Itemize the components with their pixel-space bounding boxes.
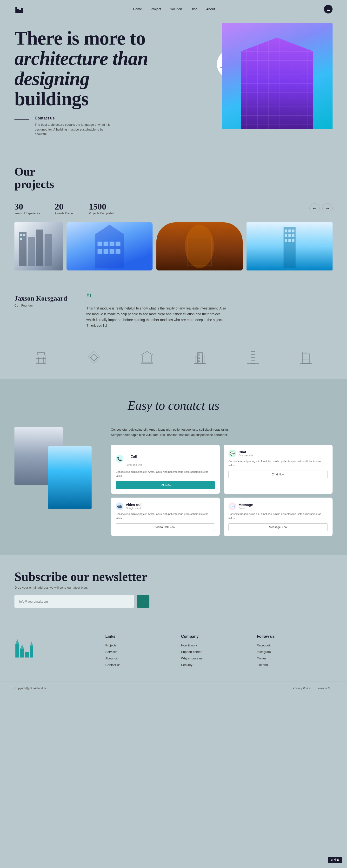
card-message-title: Message xyxy=(238,503,253,507)
svg-rect-64 xyxy=(302,352,306,354)
call-now-button[interactable]: Call Now xyxy=(116,481,215,489)
prev-arrow[interactable]: ← xyxy=(310,203,320,213)
footer-link-projects[interactable]: Projects xyxy=(105,644,181,647)
hero-building-image xyxy=(222,23,332,129)
footer-link-instagram[interactable]: Instagram xyxy=(257,650,332,654)
stat-number-experience: 30 xyxy=(15,202,40,212)
terms-link[interactable]: Terms of S... xyxy=(316,687,332,690)
footer-logo-col xyxy=(15,634,105,670)
projects-title: Ourprojects xyxy=(15,165,332,191)
svg-rect-4 xyxy=(19,232,27,266)
svg-rect-73 xyxy=(25,652,29,657)
nav-home[interactable]: Home xyxy=(133,7,142,11)
svg-rect-13 xyxy=(104,242,109,246)
svg-rect-17 xyxy=(104,249,109,254)
project-main-image xyxy=(15,222,63,271)
contact-card-call: 📞 Call (206) 555-005 Consectetur adipisc… xyxy=(111,445,220,494)
svg-rect-9 xyxy=(23,234,25,236)
footer-link-about[interactable]: About us xyxy=(105,656,181,660)
footer-link-why-choose[interactable]: Why choose us xyxy=(181,656,257,660)
card-video-subtitle: Google meet xyxy=(126,507,141,509)
footer-link-linkedin[interactable]: Linkend xyxy=(257,663,332,666)
message-now-button[interactable]: Message Now xyxy=(228,523,328,531)
svg-rect-74 xyxy=(30,646,33,657)
nav-about[interactable]: About xyxy=(206,7,215,11)
svg-marker-76 xyxy=(20,645,24,649)
svg-rect-18 xyxy=(110,249,114,254)
svg-marker-39 xyxy=(88,351,100,364)
svg-rect-2 xyxy=(19,10,21,13)
project-main-inner xyxy=(15,222,63,271)
testimonial-quote: " This first module is really helpfull t… xyxy=(87,294,332,329)
svg-rect-33 xyxy=(37,352,45,355)
svg-rect-71 xyxy=(16,644,19,657)
logo[interactable] xyxy=(15,4,24,14)
nav-blog[interactable]: Blog xyxy=(191,7,197,11)
building-inner xyxy=(222,23,332,129)
svg-marker-75 xyxy=(16,639,19,644)
card-message-desc: Consectetur adipiscing elit. Amet, lacus… xyxy=(228,512,328,520)
footer: Links Projects Services About us Contact… xyxy=(0,622,347,682)
project-image-brown xyxy=(156,222,242,271)
newsletter-email-input[interactable] xyxy=(15,595,134,608)
menu-button[interactable]: ☰ xyxy=(324,5,332,13)
svg-rect-24 xyxy=(288,229,291,232)
stat-awards: 20 Awards Gained xyxy=(55,202,75,215)
card-message-header: ✉️ Message Email xyxy=(228,502,328,510)
nav-solution[interactable]: Solution xyxy=(170,7,182,11)
svg-rect-52 xyxy=(202,355,205,364)
stat-label-experience: Years of Experience xyxy=(15,212,40,215)
icon-tower xyxy=(246,350,260,365)
footer-links-title: Links xyxy=(105,634,181,639)
svg-rect-55 xyxy=(198,357,200,359)
hero-title: There is more to architecture than desig… xyxy=(15,28,183,109)
quote-text: This first module is really helpfull to … xyxy=(87,306,226,329)
building-blue-icon xyxy=(66,222,152,271)
card-call-subtitle: (206) 555-005 xyxy=(126,463,142,466)
card-chat-titles: Chat Our Website xyxy=(238,450,253,457)
author-role: Co - Founder xyxy=(15,304,67,307)
project-image-sky xyxy=(247,222,332,271)
svg-rect-10 xyxy=(20,238,22,240)
chat-icon: 💬 xyxy=(228,450,236,457)
video-call-button[interactable]: Video Call Now xyxy=(116,523,215,531)
footer-link-support[interactable]: Support center xyxy=(181,650,257,654)
newsletter-section: Subscribe our newsletter Drop your email… xyxy=(0,555,347,622)
project-nav-arrows: ← → xyxy=(310,203,332,213)
newsletter-form: → xyxy=(15,595,149,608)
copyright-text: Copyright@Shakilworlds xyxy=(15,687,46,690)
footer-link-how-it-work[interactable]: How it work xyxy=(181,644,257,647)
diamond-icon xyxy=(87,350,101,365)
next-arrow[interactable]: → xyxy=(322,203,332,213)
contact-right: Consectetur adipiscing elit. Amet, lacus… xyxy=(111,427,332,536)
card-video-desc: Consectetur adipiscing elit. Amet, lacus… xyxy=(116,512,215,520)
hero-contact: Contact us The best architecture speaks … xyxy=(15,116,130,136)
footer-link-facebook[interactable]: Facebook xyxy=(257,644,332,647)
svg-rect-6 xyxy=(36,229,44,266)
call-icon: 📞 xyxy=(116,455,123,463)
nav-project[interactable]: Project xyxy=(151,7,161,11)
footer-follow-title: Follow us xyxy=(257,634,332,639)
newsletter-submit-button[interactable]: → xyxy=(137,595,149,608)
footer-logo-icon xyxy=(15,634,34,658)
icons-row xyxy=(0,343,347,379)
privacy-policy-link[interactable]: Privacy Policy xyxy=(293,687,311,690)
footer-link-contact[interactable]: Contact us xyxy=(105,663,181,666)
svg-rect-15 xyxy=(116,242,120,246)
footer-link-services[interactable]: Services xyxy=(105,650,181,654)
contact-images xyxy=(15,427,96,509)
contact-image-2 xyxy=(48,446,92,509)
svg-rect-7 xyxy=(45,234,52,266)
card-chat-title: Chat xyxy=(238,450,253,454)
chat-now-button[interactable]: Chat Now xyxy=(228,471,328,478)
hero-line xyxy=(15,120,29,120)
footer-company-title: Company xyxy=(181,634,257,639)
footer-link-security[interactable]: Security xyxy=(181,663,257,666)
svg-rect-8 xyxy=(20,234,22,236)
contact-cards: 📞 Call (206) 555-005 Consectetur adipisc… xyxy=(111,445,332,536)
svg-rect-43 xyxy=(141,362,153,364)
footer-bottom-links: Privacy Policy Terms of S... xyxy=(293,687,332,690)
stats-row: 30 Years of Experience 20 Awards Gained … xyxy=(15,202,332,215)
footer-link-twitter[interactable]: Twitter xyxy=(257,656,332,660)
svg-rect-25 xyxy=(292,229,294,232)
